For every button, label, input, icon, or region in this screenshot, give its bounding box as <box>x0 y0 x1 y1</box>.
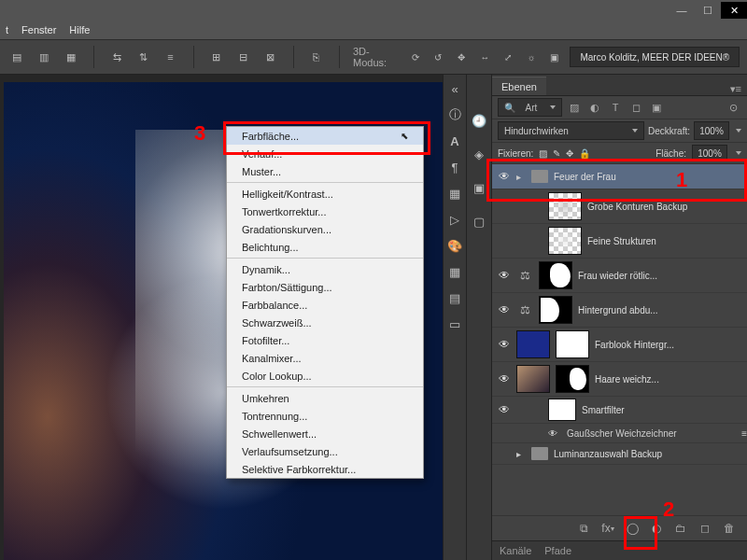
layer-name[interactable]: Feuer der Frau <box>554 172 616 182</box>
visibility-toggle-icon[interactable]: 👁 <box>498 170 511 183</box>
menu-item-color-lookup[interactable]: Color Lookup... <box>227 367 423 385</box>
menu-item-hue-sat[interactable]: Farbton/Sättigung... <box>227 278 423 296</box>
expand-icon[interactable]: ▸ <box>516 172 526 182</box>
roll-icon[interactable]: ↺ <box>430 49 446 65</box>
menu-item-vibrance[interactable]: Dynamik... <box>227 260 423 278</box>
layers-tab[interactable]: Ebenen <box>492 77 546 95</box>
layer-name[interactable]: Luminanzauswahl Backup <box>554 449 662 459</box>
swatches-icon[interactable]: 🎨 <box>446 237 463 254</box>
layer-name[interactable]: Hintergrund abdu... <box>578 305 658 315</box>
styles-icon[interactable]: ▭ <box>446 315 463 332</box>
camera-icon[interactable]: ▣ <box>547 49 563 65</box>
light-icon[interactable]: ☼ <box>524 49 540 65</box>
menu-item-photo-filter[interactable]: Fotofilter... <box>227 331 423 349</box>
visibility-toggle-icon[interactable]: 👁 <box>498 269 511 282</box>
distribute-c-icon[interactable]: ≡ <box>161 47 180 67</box>
menu-item-brightness[interactable]: Helligkeit/Kontrast... <box>227 185 423 203</box>
distribute-v-icon[interactable]: ⇅ <box>134 47 153 67</box>
new-group-icon[interactable]: 🗀 <box>672 520 689 537</box>
layer-name[interactable]: Feine Strukturen <box>587 236 656 246</box>
play-icon[interactable]: ▷ <box>446 211 463 228</box>
pan-icon[interactable]: ✥ <box>454 49 470 65</box>
slide-icon[interactable]: ↔ <box>477 49 493 65</box>
smartfilter-item-row[interactable]: 👁 Gaußscher Weichzeichner ≡ <box>492 424 747 443</box>
smartfilter-row[interactable]: 👁 Smartfilter <box>492 397 747 424</box>
menu-item-exposure[interactable]: Belichtung... <box>227 238 423 256</box>
arrange-3-icon[interactable]: ⊠ <box>261 47 280 67</box>
arrange-1-icon[interactable]: ⊞ <box>207 47 227 67</box>
layer-row[interactable]: 👁 Farblook Hintergr... <box>492 328 747 362</box>
new-layer-icon[interactable]: ◻ <box>697 520 713 537</box>
menu-item[interactable]: t <box>6 24 8 35</box>
panel-flyout-icon[interactable]: ▾≡ <box>725 83 747 95</box>
layer-thumbnail[interactable] <box>548 192 582 220</box>
filter-smart-icon[interactable]: ▣ <box>648 99 665 116</box>
layer-mask-thumbnail[interactable] <box>539 296 572 324</box>
layer-group-row[interactable]: ▸ Luminanzauswahl Backup <box>492 443 747 465</box>
fill-value[interactable]: 100% <box>692 145 727 161</box>
visibility-toggle-icon[interactable]: 👁 <box>498 372 511 385</box>
menu-item-channel-mixer[interactable]: Kanalmixer... <box>227 349 423 367</box>
arrange-2-icon[interactable]: ⊟ <box>233 47 253 67</box>
lock-pixel-icon[interactable]: ▨ <box>539 148 547 159</box>
collapse-icon[interactable]: « <box>446 80 463 97</box>
menu-item-pattern[interactable]: Muster... <box>227 162 423 180</box>
info-icon[interactable]: ⓘ <box>446 106 463 123</box>
menu-item-threshold[interactable]: Schwellenwert... <box>227 425 423 442</box>
layer-group-row[interactable]: 👁 ▸ Feuer der Frau <box>492 164 747 189</box>
link-layers-icon[interactable]: ⧉ <box>575 520 592 537</box>
auto-icon[interactable]: ⎘ <box>306 47 326 67</box>
menu-item-gradient[interactable]: Verlauf... <box>227 145 423 162</box>
menu-item-gradient-map[interactable]: Verlaufsumsetzung... <box>227 442 423 460</box>
scale-icon[interactable]: ⤢ <box>500 49 516 65</box>
menu-item-bw[interactable]: Schwarzweiß... <box>227 314 423 331</box>
opacity-value[interactable]: 100% <box>694 121 729 140</box>
box-icon[interactable]: ▢ <box>471 213 487 230</box>
smartfilter-item-name[interactable]: Gaußscher Weichzeichner <box>567 428 741 439</box>
align-center-icon[interactable]: ▥ <box>35 47 54 67</box>
filter-options-icon[interactable]: ≡ <box>741 428 747 439</box>
filter-toggle-icon[interactable]: ⊙ <box>725 99 741 116</box>
smart-object-thumbnail[interactable] <box>516 365 550 393</box>
menu-item-solid-color[interactable]: Farbfläche...⬉ <box>227 127 423 145</box>
add-mask-icon[interactable]: ◯ <box>624 520 641 537</box>
window-close-button[interactable]: ✕ <box>721 2 747 19</box>
new-adjustment-layer-icon[interactable]: ◐ <box>648 520 665 537</box>
filter-mask-thumbnail[interactable] <box>548 399 576 421</box>
layer-row[interactable]: 👁 Haare weichz... <box>492 362 747 397</box>
lock-move-icon[interactable]: ✥ <box>566 148 573 159</box>
layer-row[interactable]: Feine Strukturen <box>492 224 747 259</box>
blend-mode-select[interactable]: Hindurchwirken <box>498 121 644 140</box>
panel-icon[interactable]: ▦ <box>446 185 463 202</box>
align-right-icon[interactable]: ▦ <box>61 47 80 67</box>
paragraph-panel-icon[interactable]: ¶ <box>446 159 463 175</box>
user-chip[interactable]: Marco Kolditz, MEER DER IDEEN® <box>570 47 740 67</box>
menu-item-help[interactable]: Hilfe <box>69 24 90 35</box>
delete-layer-icon[interactable]: 🗑 <box>721 520 738 537</box>
layer-name[interactable]: Farblook Hintergr... <box>595 340 674 350</box>
visibility-toggle-icon[interactable]: 👁 <box>498 303 511 316</box>
orbit-icon[interactable]: ⟳ <box>407 49 423 65</box>
menu-item-levels[interactable]: Tonwertkorrektur... <box>227 203 423 220</box>
lock-all-icon[interactable]: 🔒 <box>579 148 590 159</box>
filter-pixel-icon[interactable]: ▨ <box>566 99 583 116</box>
layer-name[interactable]: Haare weichz... <box>595 374 659 385</box>
distribute-h-icon[interactable]: ⇆ <box>107 47 127 67</box>
window-maximize-button[interactable]: ☐ <box>695 2 721 19</box>
channels-tab[interactable]: Kanäle <box>500 545 531 556</box>
layer-filter-kind[interactable]: 🔍 Art <box>498 98 562 117</box>
layer-row[interactable]: Grobe Konturen Backup <box>492 189 747 224</box>
layer-name[interactable]: Frau wieder rötlic... <box>578 271 657 281</box>
layer-mask-thumbnail[interactable] <box>539 261 572 289</box>
menu-item-selective-color[interactable]: Selektive Farbkorrektur... <box>227 460 423 478</box>
lock-brush-icon[interactable]: ✎ <box>553 148 560 159</box>
visibility-toggle-icon[interactable]: 👁 <box>548 428 561 439</box>
layer-effects-icon[interactable]: fx▾ <box>599 520 616 537</box>
menu-item-window[interactable]: Fenster <box>21 24 56 35</box>
swatch-grid-icon[interactable]: ▦ <box>446 263 463 280</box>
filter-adjust-icon[interactable]: ◐ <box>586 99 603 116</box>
layers-icon[interactable]: ◈ <box>471 146 487 162</box>
menu-item-posterize[interactable]: Tontrennung... <box>227 407 423 425</box>
menu-item-invert[interactable]: Umkehren <box>227 389 423 407</box>
visibility-toggle-icon[interactable]: 👁 <box>498 403 511 416</box>
